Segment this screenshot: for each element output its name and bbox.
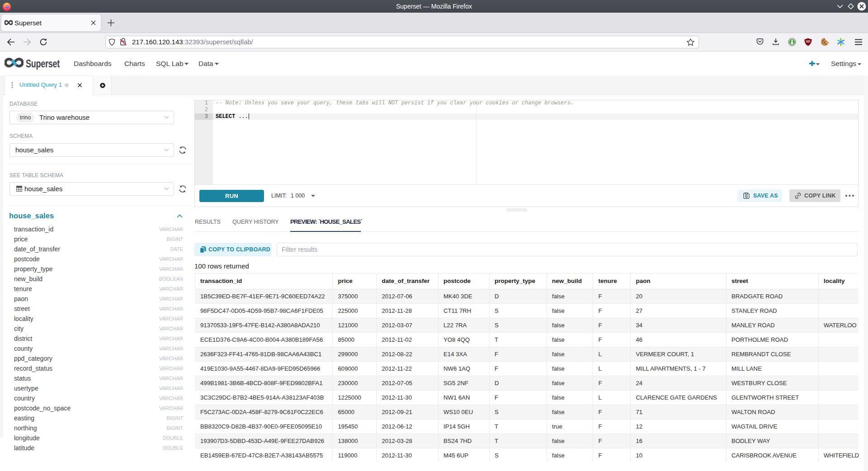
svg-text:UO: UO — [806, 40, 811, 43]
